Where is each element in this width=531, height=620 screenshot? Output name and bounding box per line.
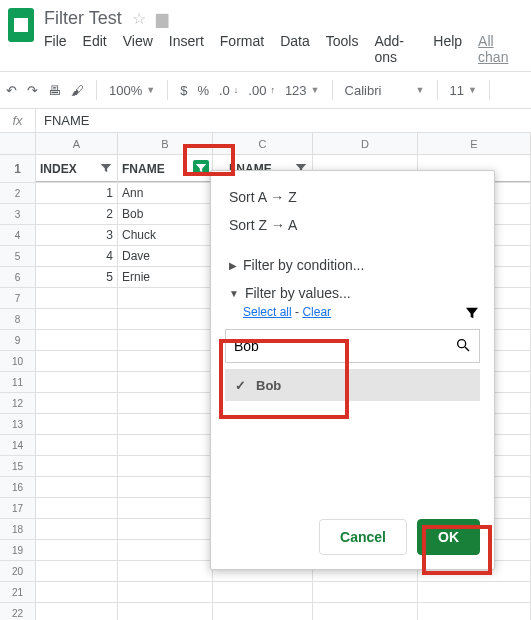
cell[interactable]: Chuck [118, 225, 213, 245]
row-header[interactable]: 19 [0, 540, 36, 560]
cell[interactable] [36, 288, 118, 308]
col-header-e[interactable]: E [418, 133, 531, 154]
cell[interactable] [118, 309, 213, 329]
cell[interactable] [118, 498, 213, 518]
select-all-corner[interactable] [0, 133, 36, 154]
row-header[interactable]: 1 [0, 155, 36, 182]
sort-az[interactable]: Sort A → Z [225, 183, 480, 211]
currency-button[interactable]: $ [180, 83, 187, 98]
menu-addons[interactable]: Add-ons [374, 33, 417, 65]
col-header-b[interactable]: B [118, 133, 213, 154]
font-size-select[interactable]: 11▼ [450, 83, 477, 98]
menu-insert[interactable]: Insert [169, 33, 204, 65]
menu-file[interactable]: File [44, 33, 67, 65]
menu-view[interactable]: View [123, 33, 153, 65]
cell[interactable]: Ernie [118, 267, 213, 287]
cell[interactable] [418, 582, 531, 602]
menu-edit[interactable]: Edit [83, 33, 107, 65]
cell[interactable] [36, 435, 118, 455]
cell[interactable]: 1 [36, 183, 118, 203]
search-icon[interactable] [455, 337, 471, 356]
row-header[interactable]: 18 [0, 519, 36, 539]
row-header[interactable]: 6 [0, 267, 36, 287]
cell[interactable] [118, 288, 213, 308]
ok-button[interactable]: OK [417, 519, 480, 555]
menu-tools[interactable]: Tools [326, 33, 359, 65]
increase-decimal-button[interactable]: .00↑ [248, 83, 275, 98]
row-header[interactable]: 14 [0, 435, 36, 455]
row-header[interactable]: 13 [0, 414, 36, 434]
print-icon[interactable]: 🖶 [48, 83, 61, 98]
cell[interactable]: Ann [118, 183, 213, 203]
cell-header-fname[interactable]: FNAME [118, 155, 213, 182]
cell[interactable] [36, 603, 118, 620]
redo-icon[interactable]: ↷ [27, 83, 38, 98]
cell[interactable] [118, 393, 213, 413]
cell[interactable] [36, 393, 118, 413]
percent-button[interactable]: % [197, 83, 209, 98]
star-icon[interactable]: ☆ [132, 9, 146, 28]
cell[interactable]: 5 [36, 267, 118, 287]
formula-input[interactable]: FNAME [36, 113, 90, 128]
row-header[interactable]: 10 [0, 351, 36, 371]
menu-help[interactable]: Help [433, 33, 462, 65]
cell[interactable] [118, 330, 213, 350]
menu-format[interactable]: Format [220, 33, 264, 65]
more-formats-select[interactable]: 123▼ [285, 83, 320, 98]
row-header[interactable]: 21 [0, 582, 36, 602]
select-all-link[interactable]: Select all [243, 305, 292, 319]
cell[interactable] [118, 561, 213, 581]
cell[interactable] [36, 330, 118, 350]
filter-search-box[interactable] [225, 329, 480, 363]
undo-icon[interactable]: ↶ [6, 83, 17, 98]
cell[interactable] [36, 309, 118, 329]
cell[interactable] [36, 414, 118, 434]
cell[interactable] [213, 603, 313, 620]
row-header[interactable]: 7 [0, 288, 36, 308]
cell[interactable] [118, 477, 213, 497]
cell[interactable]: Dave [118, 246, 213, 266]
cancel-button[interactable]: Cancel [319, 519, 407, 555]
fx-icon[interactable]: fx [0, 109, 36, 132]
cell[interactable] [313, 603, 418, 620]
cell[interactable] [418, 603, 531, 620]
cell[interactable] [36, 561, 118, 581]
cell[interactable] [36, 519, 118, 539]
doc-title[interactable]: Filter Test [44, 8, 122, 29]
sort-za[interactable]: Sort Z → A [225, 211, 480, 239]
filter-icon-active[interactable] [193, 160, 209, 176]
folder-icon[interactable]: ▆ [156, 9, 168, 28]
paint-format-icon[interactable]: 🖌 [71, 83, 84, 98]
cell[interactable]: 4 [36, 246, 118, 266]
row-header[interactable]: 3 [0, 204, 36, 224]
cell-header-index[interactable]: INDEX [36, 155, 118, 182]
cell[interactable] [36, 372, 118, 392]
row-header[interactable]: 12 [0, 393, 36, 413]
cell[interactable] [118, 603, 213, 620]
cell[interactable] [36, 477, 118, 497]
cell[interactable] [36, 351, 118, 371]
cell[interactable] [36, 540, 118, 560]
cell[interactable]: 3 [36, 225, 118, 245]
font-select[interactable]: Calibri▼ [345, 83, 425, 98]
cell[interactable] [36, 582, 118, 602]
filter-by-values[interactable]: ▼Filter by values... [225, 277, 480, 305]
row-header[interactable]: 15 [0, 456, 36, 476]
filter-by-condition[interactable]: ▶Filter by condition... [225, 249, 480, 277]
filter-icon[interactable] [98, 160, 114, 176]
cell[interactable] [118, 540, 213, 560]
all-changes-link[interactable]: All chan [478, 33, 519, 65]
cell[interactable] [118, 414, 213, 434]
funnel-icon[interactable] [464, 305, 480, 324]
col-header-c[interactable]: C [213, 133, 313, 154]
cell[interactable] [118, 582, 213, 602]
cell[interactable] [118, 456, 213, 476]
cell[interactable]: 2 [36, 204, 118, 224]
cell[interactable]: Bob [118, 204, 213, 224]
decrease-decimal-button[interactable]: .0↓ [219, 83, 238, 98]
row-header[interactable]: 22 [0, 603, 36, 620]
cell[interactable] [118, 372, 213, 392]
row-header[interactable]: 4 [0, 225, 36, 245]
filter-value-item[interactable]: ✓ Bob [225, 369, 480, 401]
col-header-a[interactable]: A [36, 133, 118, 154]
